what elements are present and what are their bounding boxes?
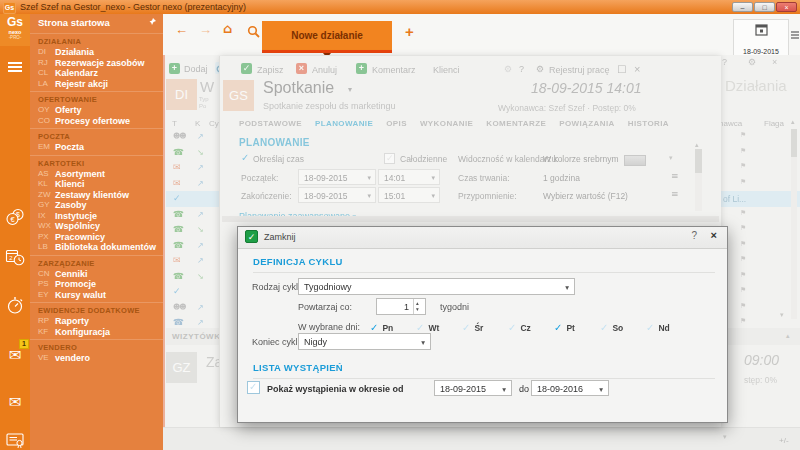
list-row-flag[interactable]: ⚑ xyxy=(720,207,800,223)
sidebar-item-oy[interactable]: OYOferty xyxy=(30,105,163,116)
widocznosc-value[interactable]: W kolorze srebrnym xyxy=(543,154,619,164)
new-tab-icon[interactable]: + xyxy=(405,23,414,40)
sidebar-item-rj[interactable]: RJRezerwacje zasobów xyxy=(30,58,163,69)
tab-powiązania[interactable]: POWIĄZANIA xyxy=(559,119,615,128)
tab-komentarze[interactable]: KOMENTARZE xyxy=(486,119,546,128)
list-icon[interactable]: ≡ xyxy=(671,171,679,181)
help-icon[interactable]: ? xyxy=(519,64,524,74)
list-row-flag[interactable]: ⚑ xyxy=(720,269,800,285)
splitter[interactable] xyxy=(222,216,719,222)
start-date-field[interactable]: 18-09-2015 ▾ xyxy=(298,169,376,185)
cancel-button[interactable]: Anuluj xyxy=(312,65,337,75)
dialog-close-icon[interactable]: × xyxy=(711,229,717,241)
sidebar-item-as[interactable]: ASAsortyment xyxy=(30,169,163,180)
restore-button[interactable]: □ xyxy=(754,2,775,12)
list-row-flag[interactable]: ⚑ xyxy=(720,222,800,238)
zoom-control[interactable]: +/- xyxy=(779,436,789,445)
help-icon[interactable]: ? xyxy=(722,57,727,67)
list-icon[interactable]: ≡ xyxy=(671,189,679,199)
sidebar-item-zw[interactable]: ZWZestawy klientów xyxy=(30,190,163,201)
home-icon[interactable]: ⌂ xyxy=(223,21,232,36)
list-row[interactable]: ☎↘ xyxy=(166,222,220,238)
sidebar-item-rp[interactable]: RPRaporty xyxy=(30,316,163,327)
sidebar-item-cl[interactable]: CLKalendarz xyxy=(30,68,163,79)
close-detail-icon[interactable]: × xyxy=(634,63,640,75)
column-header-wykonawca[interactable]: nawca xyxy=(719,119,742,128)
list-row[interactable]: ✓ xyxy=(166,191,220,207)
column-header-t[interactable]: T xyxy=(172,119,177,128)
sidebar-item-px[interactable]: PXPracownicy xyxy=(30,232,163,243)
dialog-close-button[interactable]: ✓ Zamknij xyxy=(245,230,296,243)
search-icon[interactable] xyxy=(247,24,260,42)
sidebar-item-lb[interactable]: LBBiblioteka dokumentów xyxy=(30,242,163,253)
sidebar-item-ps[interactable]: PSPromocje xyxy=(30,279,163,290)
save-button[interactable]: Zapisz xyxy=(257,65,284,75)
pin-icon[interactable] xyxy=(148,17,157,28)
list-row-flag[interactable]: ⚑ xyxy=(720,176,800,192)
list-row-flag[interactable]: ⚑ xyxy=(720,160,800,176)
list-row[interactable]: ✉↗ xyxy=(166,176,220,192)
minimize-button[interactable]: – xyxy=(732,2,753,12)
sidebar-item-ey[interactable]: EYKursy walut xyxy=(30,290,163,301)
calodzienne-checkbox[interactable]: ✓ xyxy=(384,153,395,164)
list-row[interactable]: ☎↗ xyxy=(166,238,220,254)
unread-mail-icon[interactable]: ✉ 1 xyxy=(5,345,25,365)
stepper-arrows[interactable]: ▴ ▾ xyxy=(413,299,425,314)
modules-menu-icon[interactable] xyxy=(5,58,25,78)
license-icon[interactable] xyxy=(5,430,25,450)
list-scrollbar[interactable] xyxy=(791,129,797,319)
currency-icon[interactable]: $ € xyxy=(5,207,25,227)
calendar-clock-icon[interactable]: 2 xyxy=(5,247,25,267)
scroll-down-icon[interactable]: ▾ xyxy=(780,311,784,319)
form-scrollbar-thumb[interactable] xyxy=(695,149,702,173)
register-work-button[interactable]: Rejestruj pracę xyxy=(549,65,610,75)
end-date-field[interactable]: 18-09-2015 ▾ xyxy=(298,187,376,203)
column-header-flaga[interactable]: Flaga xyxy=(764,119,784,128)
czas-trwania-value[interactable]: 1 godzina xyxy=(543,173,580,183)
comment-button[interactable]: Komentarz xyxy=(372,65,416,75)
start-time-field[interactable]: 14:01 ▾ xyxy=(378,169,440,185)
column-header-k[interactable]: K xyxy=(195,119,200,128)
tab-wykonanie[interactable]: WYKONANIE xyxy=(420,119,473,128)
occurrence-from-date[interactable]: 18-09-2015 ▾ xyxy=(434,380,512,396)
day-checkbox-cz[interactable]: ✓Cz xyxy=(508,317,554,335)
scroll-up-icon[interactable]: ▴ xyxy=(695,141,699,149)
gear-icon[interactable]: ⚙ xyxy=(748,57,756,67)
mail-icon[interactable]: ✉ xyxy=(5,392,25,412)
list-row-flag[interactable]: ⚑ xyxy=(720,284,800,300)
collapse-icon[interactable]: ▴ xyxy=(786,332,790,340)
cycle-type-select[interactable]: Tygodniowy ▾ xyxy=(298,278,575,295)
date-panel[interactable]: 18-09-2015 xyxy=(733,19,789,59)
tab-planowanie[interactable]: PLANOWANIE xyxy=(315,119,373,128)
expand-icon[interactable]: ▾ xyxy=(723,433,727,441)
gear-icon[interactable]: ⚙ xyxy=(536,64,544,74)
day-checkbox-śr[interactable]: ✓Śr xyxy=(462,317,508,335)
day-checkbox-pt[interactable]: ✓Pt xyxy=(554,317,600,335)
check-icon[interactable]: ✓ xyxy=(241,152,249,163)
close-button[interactable]: × xyxy=(776,2,797,12)
list-row-flag[interactable]: ⚑ xyxy=(720,238,800,254)
list-scrollbar-thumb[interactable] xyxy=(791,129,797,157)
chevron-down-icon[interactable]: ▾ xyxy=(348,85,352,94)
add-button[interactable]: Dodaj xyxy=(184,64,208,74)
gear-icon[interactable]: ⚙ xyxy=(504,64,512,74)
tab-podstawowe[interactable]: PODSTAWOWE xyxy=(239,119,302,128)
tab-opis[interactable]: OPIS xyxy=(386,119,407,128)
list-row[interactable]: ☻☻↗ xyxy=(166,129,220,145)
sidebar-item-co[interactable]: COProcesy ofertowe xyxy=(30,116,163,127)
close-window-icon[interactable]: × xyxy=(772,57,777,67)
sidebar-item-ix[interactable]: IXInstytucje xyxy=(30,211,163,222)
back-icon[interactable]: ← xyxy=(175,22,188,37)
okreslaj-czas-label[interactable]: Określaj czas xyxy=(253,154,304,164)
show-occurrences-checkbox[interactable]: ✓ xyxy=(247,381,260,394)
stopwatch-icon[interactable] xyxy=(5,295,25,315)
sidebar-item-home[interactable]: Strona startowa xyxy=(30,14,163,34)
options-menu-icon[interactable] xyxy=(791,31,799,39)
day-checkbox-so[interactable]: ✓So xyxy=(600,317,646,335)
list-row[interactable]: ☻☻↗ xyxy=(166,300,220,316)
sidebar-item-la[interactable]: LARejestr akcji xyxy=(30,79,163,90)
sidebar-item-di[interactable]: DIDziałania xyxy=(30,47,163,58)
sidebar-item-ve[interactable]: VEvendero xyxy=(30,353,163,364)
occurrence-to-date[interactable]: 18-09-2016 ▾ xyxy=(531,380,609,396)
dropdown-icon[interactable]: ▾ xyxy=(669,154,673,162)
